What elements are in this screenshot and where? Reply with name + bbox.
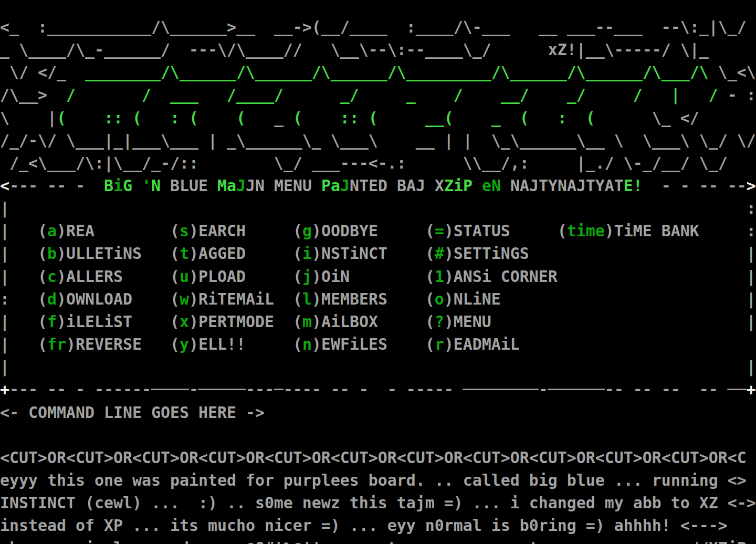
- menu-row-4: : (d)OWNLOAD (w)RiTEMAiL (l)MEMBERS (o)N…: [0, 288, 756, 310]
- menu-row-2-text: i: [302, 244, 312, 263]
- menu-row-5-text: [378, 312, 425, 331]
- menu-row-1-text: [510, 222, 558, 240]
- menu-row-3-text: j: [302, 267, 312, 286]
- menu-row-3: | (c)ALLERS (u)PLOAD (j)OiN (1)ANSi CORN…: [0, 265, 756, 288]
- menu-row-4-text: [274, 290, 293, 308]
- menu-row-5-text: |: [747, 312, 756, 331]
- menu-row-3-text: c: [47, 267, 57, 286]
- menu-row-6-text: [246, 335, 293, 353]
- menu-row-6-text: )REVERSE: [66, 335, 142, 353]
- menu-border-row-bottom-spacer-text: | |: [0, 358, 756, 376]
- menu-row-1-text: =: [435, 222, 444, 240]
- menu-row-6-text: (: [425, 335, 435, 353]
- menu-row-1-text: |: [0, 222, 38, 240]
- menu-row-4-text: (: [38, 290, 47, 308]
- menu-row-2-text: b: [47, 244, 57, 263]
- menu-row-1: | (a)REA (s)EARCH (g)OODBYE (=)STATUS (t…: [0, 219, 756, 242]
- menu-row-2-text: [387, 244, 425, 263]
- note-line-4: ehmm ,,. i also need some @?#!%@!! reque…: [0, 537, 756, 544]
- menu-row-3-text: 1: [435, 267, 444, 286]
- menu-row-3-text: (: [38, 267, 47, 286]
- ascii-art-line-5-text: \_ </: [595, 109, 747, 127]
- cut-separator-line: <CUT>OR<CUT>OR<CUT>OR<CUT>OR<CUT>OR<CUT>…: [0, 446, 756, 469]
- menu-row-2-text: (: [425, 244, 435, 263]
- menu-row-5-text: x: [180, 312, 189, 331]
- menu-title: <--- -- - BiG 'N BLUE MaJJN MENU PaJNTED…: [0, 174, 756, 197]
- menu-row-1-text: [699, 222, 747, 240]
- menu-row-5-text: )iLELiST: [57, 312, 132, 331]
- menu-row-2-text: )SETTiNGS: [444, 244, 529, 263]
- menu-row-5-text: )PERTMODE: [189, 312, 274, 331]
- menu-row-3-text: (: [293, 267, 302, 286]
- menu-row-2-text: |: [747, 244, 756, 263]
- menu-row-5-text: [132, 312, 170, 331]
- menu-row-2-text: [529, 244, 747, 263]
- note-line-4-text: ehmm ,,. i also need some @?#!%@!! reque…: [0, 539, 747, 544]
- menu-row-2-text: )NSTiNCT: [312, 244, 387, 263]
- menu-row-3-text: )PLOAD: [189, 267, 246, 286]
- menu-row-1-text: a: [47, 222, 57, 240]
- menu-row-5-text: )AiLBOX: [312, 312, 378, 331]
- cut-separator-line-text: <CUT>OR<CUT>OR<CUT>OR<CUT>OR<CUT>OR<CUT>…: [0, 448, 747, 467]
- menu-row-5-text: f: [47, 312, 57, 331]
- ascii-art-line-7-text: /_<\___/\:|\__/_-/:: \_/ ___---<-.: \\__…: [0, 154, 728, 172]
- menu-row-5-text: m: [302, 312, 312, 331]
- menu-row-4-text: [501, 290, 747, 308]
- menu-row-4-text: l: [302, 290, 312, 308]
- ascii-art-line-5: \ |( :: ( : ( ( _ ( :: ( __( _ ( : ( \_ …: [0, 107, 756, 129]
- menu-row-1-text: (: [170, 222, 180, 240]
- ascii-art-line-1-text: <_ :___________/\______>__ __->(__/____ …: [0, 18, 747, 36]
- menu-row-4-text: )OWNLOAD: [57, 290, 132, 308]
- bbs-terminal-screen[interactable]: <_ :___________/\______>__ __->(__/____ …: [0, 16, 756, 544]
- menu-row-6-text: [520, 335, 756, 353]
- menu-row-1-text: )EARCH: [189, 222, 246, 240]
- menu-row-3-text: )ANSi CORNER: [444, 267, 558, 286]
- menu-border-row-top: | :: [0, 197, 756, 219]
- menu-row-3-text: (: [170, 267, 180, 286]
- menu-bottom-border-text: +: [747, 380, 756, 399]
- menu-row-6-text: |: [0, 335, 38, 353]
- menu-title-text: >: [747, 176, 756, 195]
- menu-title-text: [472, 176, 482, 195]
- note-line-2: INSTINCT (cewl) ... :) .. s0me newz this…: [0, 491, 756, 514]
- menu-row-2-text: (: [293, 244, 302, 263]
- menu-row-4-text: [132, 290, 170, 308]
- menu-row-2: | (b)ULLETiNS (t)AGGED (i)NSTiNCT (#)SET…: [0, 242, 756, 265]
- menu-title-text: J: [340, 176, 350, 195]
- menu-row-1-text: [378, 222, 425, 240]
- menu-title-text: [501, 176, 510, 195]
- ascii-art-line-4-text: / / ___ /____/ _/ _ / __/ _/ / | /: [57, 86, 728, 104]
- menu-row-1-text: )TiME BANK: [605, 222, 699, 240]
- menu-row-6-text: )ELL!!: [189, 335, 246, 353]
- menu-row-1-text: )STATUS: [444, 222, 510, 240]
- menu-title-text: N: [151, 176, 170, 195]
- menu-title-text: --- -- -: [9, 176, 104, 195]
- menu-row-4-text: :: [0, 290, 38, 308]
- ascii-art-line-2-text: _ \____/\_-______/ ---\/\____// \__\--\:…: [0, 40, 709, 59]
- menu-row-4-text: d: [47, 290, 57, 308]
- menu-row-3-text: [246, 267, 293, 286]
- menu-title-text: BAJ: [397, 176, 435, 195]
- menu-title-text: eN: [482, 176, 501, 195]
- menu-title-text: <: [0, 176, 9, 195]
- menu-title-text: NTED: [350, 176, 397, 195]
- menu-row-3-text: (: [425, 267, 435, 286]
- command-line[interactable]: <- COMMAND LINE GOES HERE ->: [0, 401, 756, 424]
- menu-row-1-text: (: [558, 222, 567, 240]
- menu-row-6-text: fr: [47, 335, 66, 353]
- menu-row-3-text: )OiN: [312, 267, 350, 286]
- menu-row-4-text: )RiTEMAiL: [189, 290, 274, 308]
- menu-row-4-text: )NLiNE: [444, 290, 501, 308]
- menu-title-text: JN: [246, 176, 274, 195]
- menu-border-row-top-text: | :: [0, 199, 756, 217]
- menu-row-2-text: )ULLETiNS: [57, 244, 142, 263]
- note-line-3-text: instead of XP ... its mucho nicer =) ...…: [0, 516, 728, 535]
- menu-row-1-text: (: [38, 222, 47, 240]
- menu-title-text: - - -- --: [643, 176, 747, 195]
- menu-title-text: J: [236, 176, 246, 195]
- menu-title-text: ': [142, 176, 151, 195]
- menu-row-5-text: (: [293, 312, 302, 331]
- menu-row-5-text: (: [38, 312, 47, 331]
- ascii-art-line-4-text: - :: [728, 86, 756, 104]
- menu-title-text: MENU: [274, 176, 321, 195]
